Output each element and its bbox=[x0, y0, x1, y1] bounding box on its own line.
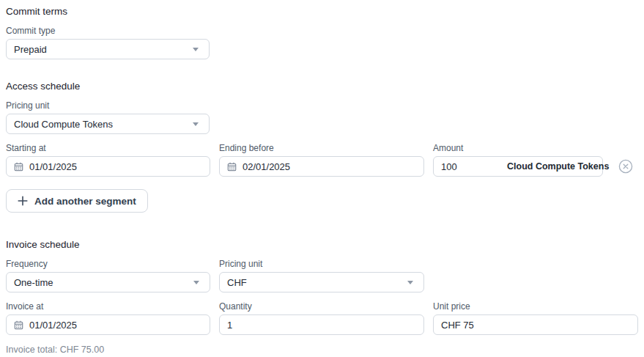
remove-segment-button[interactable] bbox=[618, 159, 633, 174]
calendar-icon bbox=[227, 162, 237, 172]
amount-input-box: Cloud Compute Tokens bbox=[433, 156, 603, 177]
commit-terms-section: Commit terms Commit type Prepaid bbox=[6, 5, 638, 59]
unit-price-label: Unit price bbox=[433, 301, 638, 312]
chevron-down-icon bbox=[193, 122, 199, 126]
invoice-total-text: Invoice total: CHF 75.00 bbox=[6, 345, 638, 355]
segment-row: Starting at 01/01/2025 Ending before bbox=[6, 143, 638, 177]
access-pricing-unit-field: Pricing unit Cloud Compute Tokens bbox=[6, 100, 638, 134]
invoice-pricing-unit-field: Pricing unit CHF bbox=[219, 259, 424, 292]
invoice-at-date-input[interactable]: 01/01/2025 bbox=[6, 314, 210, 335]
chevron-down-icon bbox=[193, 48, 199, 51]
starting-at-value: 01/01/2025 bbox=[29, 161, 77, 172]
commit-type-field: Commit type Prepaid bbox=[6, 26, 638, 59]
unit-price-input-box bbox=[433, 314, 638, 335]
add-another-segment-button[interactable]: Add another segment bbox=[6, 189, 148, 213]
access-schedule-heading: Access schedule bbox=[6, 80, 638, 92]
invoice-schedule-heading: Invoice schedule bbox=[6, 238, 638, 251]
amount-unit-suffix: Cloud Compute Tokens bbox=[507, 161, 609, 172]
commit-type-label: Commit type bbox=[6, 26, 638, 37]
invoice-pricing-unit-value: CHF bbox=[227, 277, 247, 288]
plus-icon bbox=[18, 196, 28, 206]
quantity-label: Quantity bbox=[219, 301, 424, 312]
access-pricing-unit-label: Pricing unit bbox=[6, 100, 638, 111]
remove-circle-icon bbox=[618, 159, 633, 174]
invoice-pricing-unit-label: Pricing unit bbox=[219, 259, 424, 270]
unit-price-input[interactable] bbox=[441, 320, 630, 331]
frequency-label: Frequency bbox=[6, 259, 210, 270]
calendar-icon bbox=[14, 320, 23, 330]
quantity-input-box bbox=[219, 314, 424, 335]
ending-before-date-input[interactable]: 02/01/2025 bbox=[219, 156, 424, 177]
commit-type-value: Prepaid bbox=[14, 44, 47, 55]
ending-before-field: Ending before 02/01/2025 bbox=[219, 143, 424, 177]
frequency-select[interactable]: One-time bbox=[6, 272, 210, 292]
access-schedule-section: Access schedule Pricing unit Cloud Compu… bbox=[6, 80, 638, 213]
frequency-value: One-time bbox=[14, 277, 53, 288]
add-another-segment-label: Add another segment bbox=[34, 196, 136, 207]
invoice-row-2: Invoice at 01/01/2025 Quantity bbox=[6, 301, 638, 335]
access-pricing-unit-select[interactable]: Cloud Compute Tokens bbox=[6, 114, 210, 134]
chevron-down-icon bbox=[407, 281, 413, 284]
chevron-down-icon bbox=[193, 281, 199, 284]
invoice-at-field: Invoice at 01/01/2025 bbox=[6, 301, 210, 335]
starting-at-date-input[interactable]: 01/01/2025 bbox=[6, 156, 210, 177]
commit-type-select[interactable]: Prepaid bbox=[6, 39, 210, 59]
ending-before-label: Ending before bbox=[219, 143, 424, 154]
amount-label: Amount bbox=[433, 143, 638, 154]
quantity-field: Quantity bbox=[219, 301, 424, 335]
invoice-schedule-section: Invoice schedule Frequency One-time Pric… bbox=[6, 238, 638, 355]
calendar-icon bbox=[14, 162, 23, 172]
amount-field: Amount Cloud Compute Tokens bbox=[433, 143, 638, 177]
invoice-at-value: 01/01/2025 bbox=[29, 320, 77, 331]
quantity-input[interactable] bbox=[227, 320, 416, 331]
amount-input[interactable] bbox=[441, 161, 507, 172]
starting-at-label: Starting at bbox=[6, 143, 210, 154]
commit-terms-heading: Commit terms bbox=[6, 5, 638, 18]
invoice-at-label: Invoice at bbox=[6, 301, 210, 312]
invoice-row-1: Frequency One-time Pricing unit CHF bbox=[6, 259, 638, 292]
unit-price-field: Unit price bbox=[433, 301, 638, 335]
access-pricing-unit-value: Cloud Compute Tokens bbox=[14, 119, 113, 130]
invoice-pricing-unit-select[interactable]: CHF bbox=[219, 272, 424, 292]
starting-at-field: Starting at 01/01/2025 bbox=[6, 143, 210, 177]
ending-before-value: 02/01/2025 bbox=[243, 161, 290, 172]
frequency-field: Frequency One-time bbox=[6, 259, 210, 292]
